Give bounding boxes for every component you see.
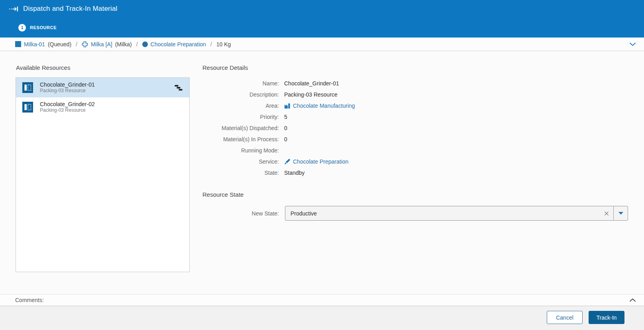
- resource-name: Chocolate_Grinder-01: [40, 81, 95, 88]
- field-label: Area:: [202, 103, 279, 109]
- step-number-badge: 1: [18, 24, 26, 32]
- material-icon: [15, 41, 21, 47]
- comments-expander[interactable]: Comments:: [0, 294, 644, 306]
- resource-description: Packing-03 Resource: [40, 88, 95, 94]
- field-label: Material(s) Dispatched:: [202, 125, 279, 131]
- quantity-text: 10 Kg: [216, 41, 231, 47]
- detail-row-materials-dispatched: Material(s) Dispatched: 0: [202, 123, 561, 134]
- field-label: State:: [202, 170, 279, 176]
- new-state-combobox[interactable]: Productive: [285, 206, 628, 221]
- breadcrumb-workflow: Milka [A] (Milka): [82, 41, 132, 47]
- resource-name: Chocolate_Grinder-02: [40, 101, 95, 107]
- detail-row-service: Service: Chocolate Preparation: [202, 156, 561, 167]
- detail-row-running-mode: Running Mode:: [202, 145, 561, 156]
- operation-link[interactable]: Chocolate Preparation: [151, 41, 206, 47]
- context-bar: Milka-01 (Queued) / Milka [A] (Milka) / …: [0, 38, 644, 51]
- wizard-step-resource[interactable]: 1 RESOURCE: [0, 18, 644, 38]
- detail-row-priority: Priority: 5: [202, 111, 561, 123]
- resource-description: Packing-03 Resource: [40, 107, 95, 113]
- clear-icon[interactable]: [600, 211, 613, 216]
- material-link[interactable]: Milka-01: [24, 41, 45, 47]
- resource-icon: [22, 102, 33, 113]
- available-resources-list: Chocolate_Grinder-01 Packing-03 Resource: [16, 77, 190, 272]
- field-label: Name:: [202, 80, 279, 87]
- window-titlebar: Dispatch and Track-In Material: [0, 0, 644, 18]
- schedule-steps-icon[interactable]: [175, 85, 183, 91]
- breadcrumb-separator: /: [210, 41, 212, 47]
- step-label: RESOURCE: [30, 25, 57, 30]
- comments-label: Comments:: [15, 297, 44, 303]
- chevron-up-icon[interactable]: [629, 298, 636, 302]
- breadcrumb-material: Milka-01 (Queued): [15, 41, 71, 47]
- list-item[interactable]: Chocolate_Grinder-02 Packing-03 Resource: [16, 97, 189, 117]
- dispatch-icon: [9, 6, 19, 12]
- cancel-button[interactable]: Cancel: [547, 311, 583, 324]
- operation-icon: [142, 41, 148, 47]
- field-label: Priority:: [202, 114, 279, 120]
- field-label: Material(s) In Process:: [202, 136, 279, 142]
- resource-state-title: Resource State: [202, 191, 243, 198]
- dispatch-track-in-window: Dispatch and Track-In Material 1 RESOURC…: [0, 0, 644, 330]
- workflow-icon: [82, 41, 88, 47]
- field-value: 5: [284, 114, 287, 120]
- chevron-down-icon[interactable]: [629, 42, 636, 46]
- new-state-row: New State: Productive: [202, 206, 628, 221]
- service-link[interactable]: Chocolate Preparation: [293, 158, 348, 165]
- list-item[interactable]: Chocolate_Grinder-01 Packing-03 Resource: [16, 78, 189, 97]
- breadcrumb-separator: /: [136, 41, 138, 47]
- detail-row-materials-in-process: Material(s) In Process: 0: [202, 134, 561, 145]
- factory-icon: [284, 103, 291, 109]
- field-label: Running Mode:: [202, 147, 279, 154]
- workflow-meta: (Milka): [115, 41, 132, 47]
- detail-row-description: Description: Packing-03 Resource: [202, 89, 561, 100]
- detail-row-area: Area: Chocolate Manufacturing: [202, 100, 561, 111]
- material-status: (Queued): [48, 41, 71, 47]
- workflow-link[interactable]: Milka [A]: [91, 41, 112, 47]
- detail-row-name: Name: Chocolate_Grinder-01: [202, 78, 561, 89]
- breadcrumb-separator: /: [76, 41, 77, 47]
- track-in-button[interactable]: Track-In: [589, 311, 624, 324]
- resource-details-form: Name: Chocolate_Grinder-01 Description: …: [202, 78, 561, 178]
- new-state-value[interactable]: Productive: [285, 210, 600, 217]
- breadcrumb-quantity: 10 Kg: [216, 41, 231, 47]
- field-label: Description:: [202, 91, 279, 98]
- field-value: Standby: [284, 170, 304, 176]
- field-value: Packing-03 Resource: [284, 91, 338, 98]
- dropdown-arrow-icon: [618, 212, 623, 215]
- available-resources-title: Available Resources: [16, 64, 70, 71]
- field-value: 0: [284, 136, 287, 142]
- resource-details-title: Resource Details: [202, 64, 248, 71]
- page-title: Dispatch and Track-In Material: [23, 5, 118, 13]
- field-label: Service:: [202, 158, 279, 165]
- pen-icon: [284, 158, 291, 165]
- new-state-label: New State:: [202, 210, 279, 217]
- dropdown-arrow-button[interactable]: [613, 206, 628, 220]
- footer-bar: Cancel Track-In: [0, 306, 644, 330]
- field-value: 0: [284, 125, 287, 131]
- resource-icon: [22, 82, 33, 93]
- field-value: Chocolate_Grinder-01: [284, 80, 339, 87]
- breadcrumb-operation: Chocolate Preparation: [142, 41, 206, 47]
- area-link[interactable]: Chocolate Manufacturing: [293, 103, 355, 109]
- detail-row-state: State: Standby: [202, 167, 561, 178]
